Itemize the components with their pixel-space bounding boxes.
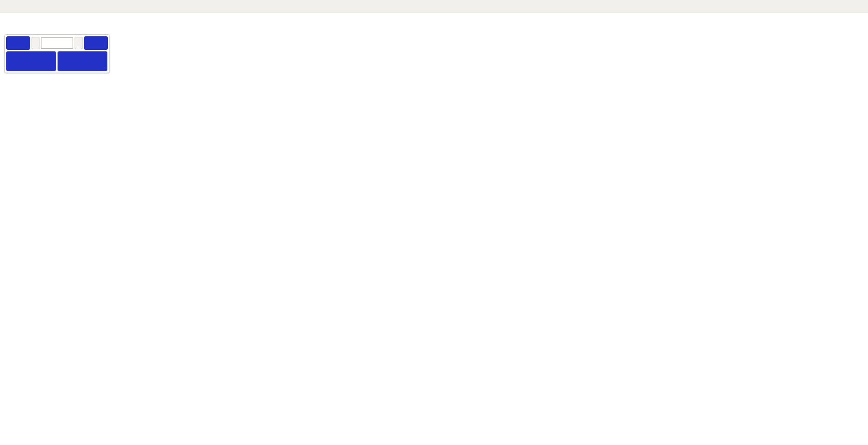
sell-price-tile[interactable] — [6, 51, 56, 71]
buy-price-tile[interactable] — [58, 51, 107, 71]
sell-button[interactable] — [6, 36, 30, 50]
chart-canvas[interactable] — [0, 12, 868, 445]
symbol-ohlc-line — [6, 14, 23, 33]
volume-input[interactable] — [41, 37, 73, 49]
volume-up-button[interactable] — [75, 37, 82, 49]
chart-window[interactable] — [0, 12, 868, 445]
buy-button[interactable] — [84, 36, 108, 50]
main-toolbar — [0, 0, 868, 12]
volume-down-button[interactable] — [32, 37, 39, 49]
one-click-trade-panel — [4, 34, 110, 73]
